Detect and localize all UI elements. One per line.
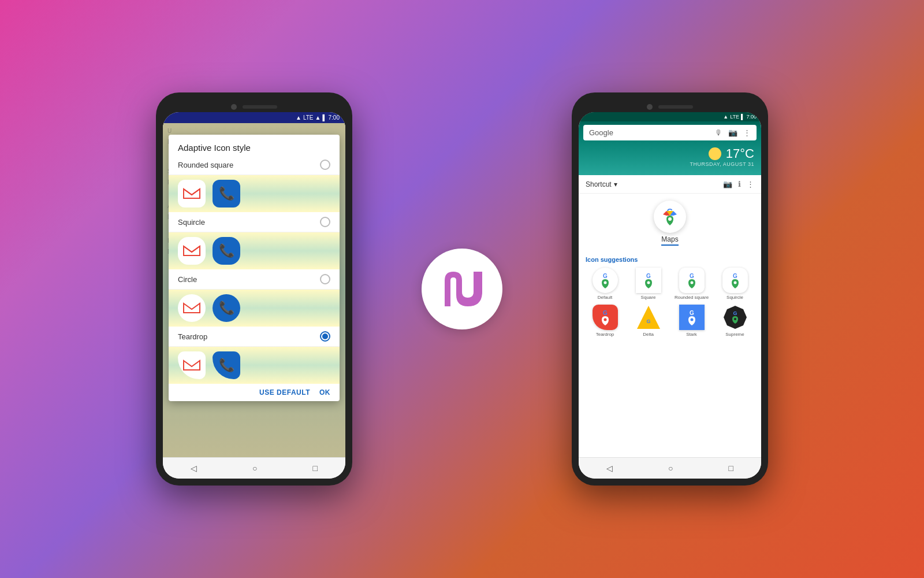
svg-point-26	[690, 318, 693, 321]
radio-squircle[interactable]	[320, 217, 330, 227]
weather-widget: 17°C	[709, 146, 754, 161]
dropdown-arrow[interactable]: ▾	[614, 180, 617, 188]
battery-icon-right: ▌	[741, 114, 744, 120]
home-btn-left[interactable]: ○	[252, 464, 257, 473]
label-stark: Stark	[686, 332, 697, 337]
suggestion-teardrop[interactable]: G Teardrop	[586, 305, 624, 337]
svg-text:G: G	[733, 310, 737, 316]
preview-circle: 📞	[169, 290, 340, 327]
maps-label: Maps	[661, 235, 678, 246]
camera-shortcut-icon[interactable]: 📷	[723, 180, 732, 188]
option-squircle[interactable]: Squircle	[169, 212, 340, 232]
suggestion-stark[interactable]: G Stark	[672, 305, 711, 337]
maps-icon-large: G	[654, 201, 686, 233]
svg-text:G: G	[603, 310, 608, 316]
radio-rounded-square[interactable]	[320, 160, 330, 170]
camera-icon[interactable]: 📷	[728, 128, 737, 137]
label-supreme: Supreme	[725, 332, 744, 337]
label-square: Square	[641, 295, 656, 300]
camera-dot-right	[647, 104, 653, 110]
status-bar-right: ▲ LTE ▌ 7:00	[579, 112, 761, 121]
icon-suggestions-title: Icon suggestions	[579, 253, 761, 265]
suggestions-grid: G Default G Square G Rounded square	[579, 265, 761, 339]
maps-selected-app: G Maps	[579, 194, 761, 253]
weather-date: THURSDAY, AUGUST 31	[690, 161, 754, 167]
label-delta: Delta	[643, 332, 654, 337]
wifi-icon: ▲	[315, 114, 321, 121]
shortcut-header: Shortcut ▾ 📷 ℹ ⋮	[579, 175, 761, 194]
svg-point-12	[647, 281, 650, 284]
shortcut-panel: Shortcut ▾ 📷 ℹ ⋮ G	[579, 175, 761, 457]
mic-icon[interactable]: 🎙	[715, 128, 722, 137]
svg-text:G: G	[603, 273, 608, 279]
temperature: 17°C	[726, 146, 754, 161]
dialog-title: Adaptive Icon style	[169, 135, 340, 155]
radio-teardrop[interactable]	[320, 331, 330, 342]
svg-text:G: G	[690, 310, 694, 316]
ok-button[interactable]: OK	[319, 388, 330, 397]
suggestion-square[interactable]: G Square	[629, 268, 668, 300]
speaker-bar-right	[658, 105, 693, 109]
label-rounded-square: Rounded square	[675, 295, 709, 300]
svg-text:G: G	[690, 273, 694, 279]
time-display-right: 7:00	[746, 114, 757, 120]
time-display-left: 7:00	[329, 114, 340, 121]
svg-marker-22	[637, 306, 660, 329]
home-btn-right[interactable]: ○	[668, 464, 673, 473]
preview-rounded-square: 📞	[169, 175, 340, 212]
preview-squircle: 📞	[169, 232, 340, 269]
suggestion-squircle[interactable]: G Squircle	[716, 268, 754, 300]
svg-point-6	[668, 217, 672, 221]
svg-point-9	[603, 281, 606, 284]
option-label-rounded-square: Rounded square	[178, 161, 233, 169]
svg-text:G: G	[646, 273, 651, 279]
wifi-icon-right: ▲	[723, 114, 728, 120]
google-search-bar[interactable]: Google 🎙 📷 ⋮	[583, 125, 757, 140]
signal-icon: LTE	[303, 114, 314, 121]
use-default-button[interactable]: USE DEFAULT	[259, 388, 310, 397]
shortcut-label: Shortcut ▾	[586, 180, 617, 188]
option-rounded-square[interactable]: Rounded square	[169, 155, 340, 175]
left-phone: ▲ LTE ▲ ▌ 7:00 U Ic S R A D Ic D	[156, 92, 352, 486]
radio-circle[interactable]	[320, 274, 330, 284]
label-default: Default	[598, 295, 612, 300]
camera-dot	[231, 104, 237, 110]
nav-bar-right: ◁ ○ □	[579, 457, 761, 479]
battery-icon: ▌	[322, 114, 326, 121]
recents-btn-left[interactable]: □	[313, 464, 318, 473]
option-label-teardrop: Teardrop	[178, 332, 207, 341]
nav-bar-left: ◁ ○ □	[163, 457, 345, 479]
back-btn-left[interactable]: ◁	[191, 464, 197, 473]
google-text: Google	[589, 128, 613, 137]
svg-point-21	[603, 318, 606, 321]
suggestion-delta[interactable]: G Delta	[629, 305, 668, 337]
search-icons: 🎙 📷 ⋮	[715, 128, 751, 137]
suggestion-supreme[interactable]: G Supreme	[716, 305, 754, 337]
option-circle[interactable]: Circle	[169, 269, 340, 290]
suggestion-default[interactable]: G Default	[586, 268, 624, 300]
svg-point-18	[733, 281, 736, 284]
label-squircle: Squircle	[726, 295, 743, 300]
option-label-squircle: Squircle	[178, 218, 205, 227]
more-shortcut-icon[interactable]: ⋮	[747, 180, 754, 188]
svg-point-29	[734, 318, 736, 320]
speaker-bar	[243, 105, 277, 109]
signal-icon-right: LTE	[730, 114, 739, 120]
label-teardrop: Teardrop	[596, 332, 614, 337]
more-icon[interactable]: ⋮	[743, 128, 751, 137]
info-icon[interactable]: ℹ	[738, 180, 741, 188]
svg-text:G: G	[733, 273, 737, 279]
recents-btn-right[interactable]: □	[729, 464, 733, 473]
adaptive-icon-dialog[interactable]: Adaptive Icon style Rounded square 📞	[169, 135, 340, 401]
status-bar-left: ▲ LTE ▲ ▌ 7:00	[163, 112, 345, 123]
preview-teardrop: 📞	[169, 347, 340, 384]
svg-text:G: G	[646, 318, 650, 324]
sun-icon	[709, 147, 721, 160]
dialog-actions: USE DEFAULT OK	[169, 384, 340, 401]
app-logo	[422, 249, 502, 329]
back-btn-right[interactable]: ◁	[606, 464, 613, 473]
option-teardrop[interactable]: Teardrop	[169, 327, 340, 347]
option-label-circle: Circle	[178, 275, 197, 284]
suggestion-rounded-square[interactable]: G Rounded square	[672, 268, 711, 300]
right-phone: ▲ LTE ▌ 7:00 Google 🎙 📷 ⋮	[572, 92, 768, 486]
